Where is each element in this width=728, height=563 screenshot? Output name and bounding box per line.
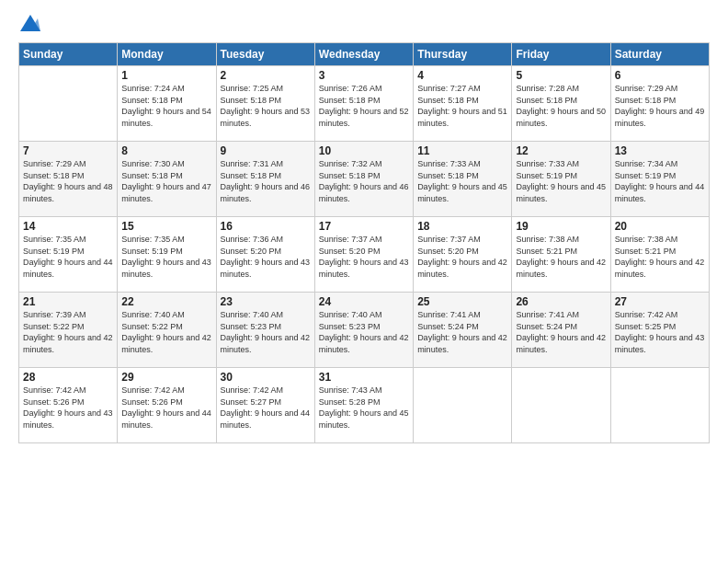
day-info: Sunrise: 7:42 AMSunset: 5:26 PMDaylight:… bbox=[23, 385, 113, 431]
day-info: Sunrise: 7:37 AMSunset: 5:20 PMDaylight:… bbox=[417, 234, 507, 280]
day-number: 26 bbox=[516, 295, 606, 308]
day-info: Sunrise: 7:42 AMSunset: 5:26 PMDaylight:… bbox=[121, 385, 211, 431]
day-info: Sunrise: 7:37 AMSunset: 5:20 PMDaylight:… bbox=[319, 234, 409, 280]
calendar-cell: 3Sunrise: 7:26 AMSunset: 5:18 PMDaylight… bbox=[314, 66, 413, 142]
day-number: 29 bbox=[121, 371, 211, 384]
calendar-cell: 14Sunrise: 7:35 AMSunset: 5:19 PMDayligh… bbox=[19, 217, 118, 293]
calendar-cell: 22Sunrise: 7:40 AMSunset: 5:22 PMDayligh… bbox=[118, 293, 216, 368]
day-number: 2 bbox=[221, 69, 311, 82]
calendar-cell: 21Sunrise: 7:39 AMSunset: 5:22 PMDayligh… bbox=[19, 293, 118, 368]
day-info: Sunrise: 7:40 AMSunset: 5:23 PMDaylight:… bbox=[319, 309, 409, 355]
calendar-cell: 28Sunrise: 7:42 AMSunset: 5:26 PMDayligh… bbox=[19, 368, 118, 443]
day-info: Sunrise: 7:35 AMSunset: 5:19 PMDaylight:… bbox=[23, 234, 113, 280]
calendar-week-2: 7Sunrise: 7:29 AMSunset: 5:18 PMDaylight… bbox=[19, 142, 710, 217]
calendar-week-5: 28Sunrise: 7:42 AMSunset: 5:26 PMDayligh… bbox=[19, 368, 710, 443]
calendar-cell: 8Sunrise: 7:30 AMSunset: 5:18 PMDaylight… bbox=[118, 142, 216, 217]
day-number: 22 bbox=[121, 295, 211, 308]
logo-icon bbox=[20, 15, 40, 31]
day-info: Sunrise: 7:38 AMSunset: 5:21 PMDaylight:… bbox=[615, 234, 705, 280]
calendar-cell: 15Sunrise: 7:35 AMSunset: 5:19 PMDayligh… bbox=[118, 217, 216, 293]
calendar-cell: 18Sunrise: 7:37 AMSunset: 5:20 PMDayligh… bbox=[414, 217, 512, 293]
day-number: 3 bbox=[319, 69, 409, 82]
calendar-cell bbox=[512, 368, 610, 443]
header-day-sunday: Sunday bbox=[19, 43, 118, 66]
calendar-table: SundayMondayTuesdayWednesdayThursdayFrid… bbox=[18, 42, 710, 443]
day-info: Sunrise: 7:35 AMSunset: 5:19 PMDaylight:… bbox=[121, 234, 211, 280]
calendar-cell bbox=[414, 368, 512, 443]
day-info: Sunrise: 7:38 AMSunset: 5:21 PMDaylight:… bbox=[516, 234, 606, 280]
calendar-cell: 12Sunrise: 7:33 AMSunset: 5:19 PMDayligh… bbox=[512, 142, 610, 217]
day-number: 5 bbox=[516, 69, 606, 82]
day-number: 16 bbox=[221, 220, 311, 233]
day-number: 17 bbox=[319, 220, 409, 233]
day-info: Sunrise: 7:25 AMSunset: 5:18 PMDaylight:… bbox=[221, 83, 311, 129]
day-number: 11 bbox=[417, 144, 507, 157]
calendar-cell: 10Sunrise: 7:32 AMSunset: 5:18 PMDayligh… bbox=[314, 142, 413, 217]
calendar-cell: 20Sunrise: 7:38 AMSunset: 5:21 PMDayligh… bbox=[610, 217, 709, 293]
calendar-cell: 17Sunrise: 7:37 AMSunset: 5:20 PMDayligh… bbox=[314, 217, 413, 293]
day-number: 15 bbox=[121, 220, 211, 233]
calendar-cell: 7Sunrise: 7:29 AMSunset: 5:18 PMDaylight… bbox=[19, 142, 118, 217]
calendar-week-4: 21Sunrise: 7:39 AMSunset: 5:22 PMDayligh… bbox=[19, 293, 710, 368]
day-info: Sunrise: 7:28 AMSunset: 5:18 PMDaylight:… bbox=[516, 83, 606, 129]
day-info: Sunrise: 7:29 AMSunset: 5:18 PMDaylight:… bbox=[615, 83, 705, 129]
day-info: Sunrise: 7:40 AMSunset: 5:22 PMDaylight:… bbox=[121, 309, 211, 355]
day-info: Sunrise: 7:27 AMSunset: 5:18 PMDaylight:… bbox=[417, 83, 507, 129]
calendar-week-3: 14Sunrise: 7:35 AMSunset: 5:19 PMDayligh… bbox=[19, 217, 710, 293]
day-number: 27 bbox=[615, 295, 705, 308]
day-number: 10 bbox=[319, 144, 409, 157]
day-number: 23 bbox=[221, 295, 311, 308]
calendar-cell: 13Sunrise: 7:34 AMSunset: 5:19 PMDayligh… bbox=[610, 142, 709, 217]
day-number: 25 bbox=[417, 295, 507, 308]
day-number: 31 bbox=[319, 371, 409, 384]
calendar-cell: 4Sunrise: 7:27 AMSunset: 5:18 PMDaylight… bbox=[414, 66, 512, 142]
calendar-cell: 23Sunrise: 7:40 AMSunset: 5:23 PMDayligh… bbox=[216, 293, 314, 368]
page: SundayMondayTuesdayWednesdayThursdayFrid… bbox=[0, 0, 728, 563]
calendar-cell: 30Sunrise: 7:42 AMSunset: 5:27 PMDayligh… bbox=[216, 368, 314, 443]
day-number: 4 bbox=[417, 69, 507, 82]
header-day-tuesday: Tuesday bbox=[216, 43, 314, 66]
header-day-monday: Monday bbox=[118, 43, 216, 66]
header bbox=[18, 17, 710, 33]
day-number: 1 bbox=[121, 69, 211, 82]
day-number: 9 bbox=[221, 144, 311, 157]
calendar-cell bbox=[19, 66, 118, 142]
day-info: Sunrise: 7:29 AMSunset: 5:18 PMDaylight:… bbox=[23, 158, 113, 204]
calendar-cell: 27Sunrise: 7:42 AMSunset: 5:25 PMDayligh… bbox=[610, 293, 709, 368]
day-info: Sunrise: 7:33 AMSunset: 5:19 PMDaylight:… bbox=[516, 158, 606, 204]
calendar-cell: 9Sunrise: 7:31 AMSunset: 5:18 PMDaylight… bbox=[216, 142, 314, 217]
day-number: 21 bbox=[23, 295, 113, 308]
day-info: Sunrise: 7:41 AMSunset: 5:24 PMDaylight:… bbox=[417, 309, 507, 355]
day-info: Sunrise: 7:31 AMSunset: 5:18 PMDaylight:… bbox=[221, 158, 311, 204]
day-info: Sunrise: 7:33 AMSunset: 5:18 PMDaylight:… bbox=[417, 158, 507, 204]
day-number: 20 bbox=[615, 220, 705, 233]
day-number: 7 bbox=[23, 144, 113, 157]
calendar-cell: 31Sunrise: 7:43 AMSunset: 5:28 PMDayligh… bbox=[314, 368, 413, 443]
header-day-wednesday: Wednesday bbox=[314, 43, 413, 66]
day-info: Sunrise: 7:30 AMSunset: 5:18 PMDaylight:… bbox=[121, 158, 211, 204]
calendar-cell: 1Sunrise: 7:24 AMSunset: 5:18 PMDaylight… bbox=[118, 66, 216, 142]
day-info: Sunrise: 7:40 AMSunset: 5:23 PMDaylight:… bbox=[221, 309, 311, 355]
calendar-header-row: SundayMondayTuesdayWednesdayThursdayFrid… bbox=[19, 43, 710, 66]
day-info: Sunrise: 7:26 AMSunset: 5:18 PMDaylight:… bbox=[319, 83, 409, 129]
day-number: 28 bbox=[23, 371, 113, 384]
calendar-cell: 24Sunrise: 7:40 AMSunset: 5:23 PMDayligh… bbox=[314, 293, 413, 368]
day-info: Sunrise: 7:36 AMSunset: 5:20 PMDaylight:… bbox=[221, 234, 311, 280]
header-day-thursday: Thursday bbox=[414, 43, 512, 66]
calendar-cell: 11Sunrise: 7:33 AMSunset: 5:18 PMDayligh… bbox=[414, 142, 512, 217]
day-number: 12 bbox=[516, 144, 606, 157]
day-number: 13 bbox=[615, 144, 705, 157]
calendar-cell: 5Sunrise: 7:28 AMSunset: 5:18 PMDaylight… bbox=[512, 66, 610, 142]
day-number: 30 bbox=[221, 371, 311, 384]
day-info: Sunrise: 7:41 AMSunset: 5:24 PMDaylight:… bbox=[516, 309, 606, 355]
header-day-saturday: Saturday bbox=[610, 43, 709, 66]
day-info: Sunrise: 7:43 AMSunset: 5:28 PMDaylight:… bbox=[319, 385, 409, 431]
day-number: 14 bbox=[23, 220, 113, 233]
day-number: 19 bbox=[516, 220, 606, 233]
day-number: 6 bbox=[615, 69, 705, 82]
calendar-cell: 16Sunrise: 7:36 AMSunset: 5:20 PMDayligh… bbox=[216, 217, 314, 293]
calendar-week-1: 1Sunrise: 7:24 AMSunset: 5:18 PMDaylight… bbox=[19, 66, 710, 142]
day-number: 8 bbox=[121, 144, 211, 157]
header-day-friday: Friday bbox=[512, 43, 610, 66]
day-number: 18 bbox=[417, 220, 507, 233]
